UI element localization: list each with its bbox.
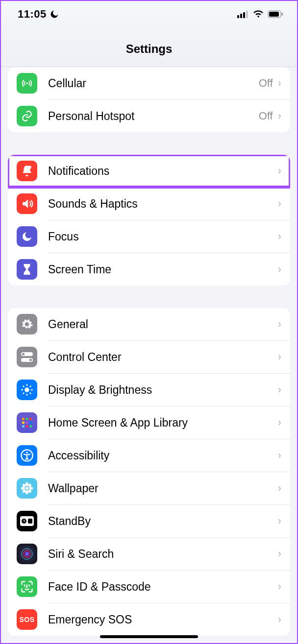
status-bar: 11:05 <box>1 1 297 27</box>
row-label: Screen Time <box>48 263 278 276</box>
row-cellular[interactable]: Cellular Off › <box>8 67 290 99</box>
row-value: Off <box>259 110 273 122</box>
svg-point-10 <box>22 353 25 356</box>
row-label: Sounds & Haptics <box>48 197 278 211</box>
home-indicator[interactable] <box>100 635 198 638</box>
chevron-right-icon: › <box>278 580 281 593</box>
svg-rect-16 <box>29 418 32 420</box>
header: Settings <box>1 27 297 67</box>
row-screen-time[interactable]: Screen Time › <box>8 253 290 286</box>
row-label: Face ID & Passcode <box>48 580 278 594</box>
row-label: Personal Hotspot <box>48 110 259 123</box>
chevron-right-icon: › <box>278 515 281 527</box>
chevron-right-icon: › <box>278 383 281 396</box>
svg-rect-20 <box>22 425 25 428</box>
row-label: Home Screen & App Library <box>48 416 278 429</box>
svg-rect-22 <box>29 425 32 428</box>
svg-rect-0 <box>237 15 239 18</box>
chevron-right-icon: › <box>278 197 281 210</box>
row-notifications[interactable]: Notifications › <box>8 155 290 187</box>
svg-rect-36 <box>28 519 32 524</box>
svg-point-26 <box>25 482 28 486</box>
chevron-right-icon: › <box>278 613 281 626</box>
section-general: General › Control Center › Display & Bri… <box>8 308 290 636</box>
link-icon <box>17 106 37 126</box>
row-label: StandBy <box>48 515 278 528</box>
siri-icon <box>17 544 37 564</box>
flower-icon <box>17 478 37 499</box>
speaker-icon <box>17 193 37 214</box>
row-label: Accessibility <box>48 449 278 462</box>
row-emergency-sos[interactable]: SOS Emergency SOS › <box>8 603 290 636</box>
row-general[interactable]: General › <box>8 308 290 340</box>
chevron-right-icon: › <box>278 449 281 462</box>
standby-icon <box>17 511 37 531</box>
svg-rect-3 <box>246 11 248 18</box>
chevron-right-icon: › <box>278 318 281 331</box>
row-faceid-passcode[interactable]: Face ID & Passcode › <box>8 571 290 603</box>
row-label: Siri & Search <box>48 548 278 561</box>
row-label: Control Center <box>48 351 278 364</box>
wifi-icon <box>253 10 264 18</box>
row-siri-search[interactable]: Siri & Search › <box>8 538 290 570</box>
row-wallpaper[interactable]: Wallpaper › <box>8 472 290 504</box>
row-accessibility[interactable]: Accessibility › <box>8 439 290 472</box>
svg-rect-19 <box>29 422 32 424</box>
svg-rect-2 <box>243 12 245 18</box>
row-sounds-haptics[interactable]: Sounds & Haptics › <box>8 188 290 220</box>
svg-point-25 <box>25 487 28 490</box>
row-standby[interactable]: StandBy › <box>8 505 290 537</box>
svg-rect-17 <box>22 422 25 424</box>
chevron-right-icon: › <box>278 416 281 429</box>
hourglass-icon <box>17 259 37 280</box>
svg-point-13 <box>25 387 29 392</box>
row-value: Off <box>259 77 273 90</box>
row-label: General <box>48 318 278 331</box>
cellular-signal-icon <box>237 10 249 18</box>
status-time: 11:05 <box>18 8 47 21</box>
antenna-icon <box>17 73 37 94</box>
row-control-center[interactable]: Control Center › <box>8 341 290 373</box>
svg-rect-15 <box>26 418 28 420</box>
chevron-right-icon: › <box>278 263 281 276</box>
svg-rect-21 <box>26 425 28 428</box>
row-display-brightness[interactable]: Display & Brightness › <box>8 374 290 406</box>
svg-rect-5 <box>269 12 279 17</box>
svg-point-8 <box>28 166 31 169</box>
svg-rect-6 <box>282 13 283 16</box>
faceid-icon <box>17 576 37 597</box>
chevron-right-icon: › <box>278 351 281 363</box>
focus-moon-icon <box>50 9 59 19</box>
row-label: Notifications <box>48 165 278 178</box>
row-focus[interactable]: Focus › <box>8 220 290 253</box>
row-label: Cellular <box>48 77 259 90</box>
chevron-right-icon: › <box>278 110 281 122</box>
gear-icon <box>17 314 37 334</box>
svg-point-27 <box>25 490 28 494</box>
svg-point-29 <box>29 487 33 490</box>
svg-rect-18 <box>26 422 28 424</box>
moon-icon <box>17 226 37 247</box>
svg-point-12 <box>29 359 32 361</box>
chevron-right-icon: › <box>278 548 281 560</box>
svg-point-39 <box>25 552 29 556</box>
svg-point-7 <box>26 82 27 84</box>
chevron-right-icon: › <box>278 482 281 495</box>
svg-rect-1 <box>240 14 242 18</box>
access-icon <box>17 445 37 466</box>
row-label: Display & Brightness <box>48 383 278 397</box>
section-connectivity: Cellular Off › Personal Hotspot Off › <box>8 67 290 132</box>
battery-icon <box>268 10 283 18</box>
svg-point-24 <box>26 452 28 453</box>
chevron-right-icon: › <box>278 77 281 90</box>
row-personal-hotspot[interactable]: Personal Hotspot Off › <box>8 100 290 132</box>
bell-icon <box>17 161 37 181</box>
row-label: Emergency SOS <box>48 613 278 626</box>
sos-icon: SOS <box>17 609 37 630</box>
row-home-screen[interactable]: Home Screen & App Library › <box>8 406 290 439</box>
sun-icon <box>17 380 37 400</box>
section-alerts: Notifications › Sounds & Haptics › Focus… <box>8 155 290 286</box>
svg-rect-14 <box>22 418 25 420</box>
svg-point-28 <box>21 487 25 490</box>
row-label: Wallpaper <box>48 482 278 495</box>
